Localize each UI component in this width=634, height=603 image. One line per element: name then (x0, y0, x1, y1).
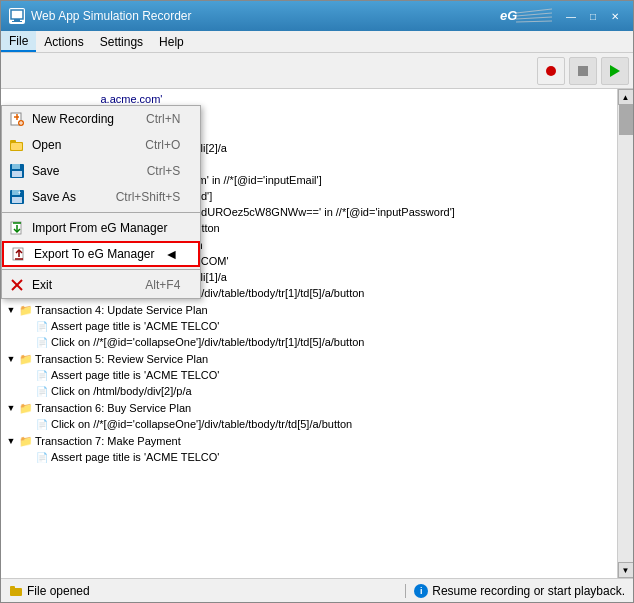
folder-icon-t7: 📁 (19, 434, 33, 448)
menu-item-export[interactable]: Export To eG Manager ◄ (2, 241, 200, 267)
folder-icon-t4: 📁 (19, 303, 33, 317)
transaction-7-header[interactable]: ▼ 📁 Transaction 7: Make Payment (5, 433, 613, 449)
save-icon (8, 162, 26, 180)
title-bar-left: Web App Simulation Recorder (9, 8, 192, 24)
t5-item-1-label: Assert page title is 'ACME TELCO' (51, 369, 219, 381)
transaction-5-label: Transaction 5: Review Service Plan (35, 353, 208, 365)
toolbar (1, 53, 633, 89)
import-icon (8, 219, 26, 237)
transaction-7-children: 📄 Assert page title is 'ACME TELCO' (5, 449, 613, 465)
separator-1 (2, 212, 200, 213)
status-right-message: Resume recording or start playback. (432, 584, 625, 598)
save-shortcut: Ctrl+S (147, 164, 181, 178)
status-folder-icon (9, 584, 23, 598)
new-recording-label: New Recording (32, 112, 120, 126)
record-button[interactable] (537, 57, 565, 85)
transaction-6-header[interactable]: ▼ 📁 Transaction 6: Buy Service Plan (5, 400, 613, 416)
expander-t5[interactable]: ▼ (5, 353, 17, 365)
t5-item-1[interactable]: 📄 Assert page title is 'ACME TELCO' (21, 367, 613, 383)
svg-line-7 (516, 21, 552, 22)
close-button[interactable]: ✕ (605, 7, 625, 25)
menu-item-import[interactable]: Import From eG Manager (2, 215, 200, 241)
menu-actions[interactable]: Actions (36, 31, 91, 52)
scroll-up-button[interactable]: ▲ (618, 89, 634, 105)
toolbar-right (537, 57, 629, 85)
menu-item-exit[interactable]: Exit Alt+F4 (2, 272, 200, 298)
svg-line-5 (516, 13, 552, 16)
svg-rect-22 (12, 197, 22, 203)
expander-t7[interactable]: ▼ (5, 435, 17, 447)
status-right: i Resume recording or start playback. (405, 584, 625, 598)
maximize-button[interactable]: □ (583, 7, 603, 25)
window-body: New Recording Ctrl+N Open Ctrl+O (1, 53, 633, 602)
scroll-down-button[interactable]: ▼ (618, 562, 634, 578)
status-message: File opened (27, 584, 90, 598)
t4-item-1[interactable]: 📄 Assert page title is 'ACME TELCO' (21, 318, 613, 334)
minimize-button[interactable]: — (561, 7, 581, 25)
t5-item-2-label: Click on /html/body/div[2]/p/a (51, 385, 192, 397)
svg-rect-18 (12, 164, 20, 169)
menu-item-save[interactable]: Save Ctrl+S (2, 158, 200, 184)
transaction-7-label: Transaction 7: Make Payment (35, 435, 181, 447)
transaction-5-header[interactable]: ▼ 📁 Transaction 5: Review Service Plan (5, 351, 613, 367)
file-icon-t5-1: 📄 (35, 368, 49, 382)
save-as-shortcut: Ctrl+Shift+S (116, 190, 181, 204)
transaction-4-group: ▼ 📁 Transaction 4: Update Service Plan 📄… (5, 302, 613, 350)
file-icon-t5-2: 📄 (35, 384, 49, 398)
t6-item-1[interactable]: 📄 Click on //*[@id='collapseOne']/div/ta… (21, 416, 613, 432)
main-window: Web App Simulation Recorder eG — □ ✕ Fil… (0, 0, 634, 603)
scrollbar[interactable]: ▲ ▼ (617, 89, 633, 578)
file-icon-t4-1: 📄 (35, 319, 49, 333)
file-icon-t7-1: 📄 (35, 450, 49, 464)
transaction-6-label: Transaction 6: Buy Service Plan (35, 402, 191, 414)
title-bar-controls: — □ ✕ (561, 7, 625, 25)
menu-item-new-recording[interactable]: New Recording Ctrl+N (2, 106, 200, 132)
t4-item-1-label: Assert page title is 'ACME TELCO' (51, 320, 219, 332)
expander-t6[interactable]: ▼ (5, 402, 17, 414)
svg-rect-27 (13, 248, 23, 260)
transaction-4-header[interactable]: ▼ 📁 Transaction 4: Update Service Plan (5, 302, 613, 318)
folder-icon-t6: 📁 (19, 401, 33, 415)
menu-item-save-as[interactable]: + Save As Ctrl+Shift+S (2, 184, 200, 210)
svg-line-4 (516, 9, 552, 13)
file-icon-t4-2: 📄 (35, 335, 49, 349)
separator-2 (2, 269, 200, 270)
stop-button[interactable] (569, 57, 597, 85)
transaction-7-group: ▼ 📁 Transaction 7: Make Payment 📄 Assert… (5, 433, 613, 465)
new-recording-icon (8, 110, 26, 128)
svg-line-6 (516, 17, 552, 19)
svg-rect-0 (11, 10, 23, 19)
svg-rect-1 (14, 19, 20, 21)
open-icon (8, 136, 26, 154)
exit-shortcut: Alt+F4 (145, 278, 180, 292)
save-label: Save (32, 164, 121, 178)
new-recording-shortcut: Ctrl+N (146, 112, 180, 126)
scroll-track[interactable] (618, 105, 634, 562)
export-icon (10, 245, 28, 263)
info-icon: i (414, 584, 428, 598)
expander-t4[interactable]: ▼ (5, 304, 17, 316)
file-icon-t6-1: 📄 (35, 417, 49, 431)
open-shortcut: Ctrl+O (145, 138, 180, 152)
scroll-thumb[interactable] (619, 105, 633, 135)
stop-icon (578, 66, 588, 76)
t4-item-2[interactable]: 📄 Click on //*[@id='collapseOne']/div/ta… (21, 334, 613, 350)
play-button[interactable] (601, 57, 629, 85)
file-dropdown: New Recording Ctrl+N Open Ctrl+O (1, 105, 201, 299)
export-arrow: ◄ (165, 246, 179, 262)
menu-item-open[interactable]: Open Ctrl+O (2, 132, 200, 158)
menu-help[interactable]: Help (151, 31, 192, 52)
status-bar: File opened i Resume recording or start … (1, 578, 633, 602)
play-icon (610, 65, 620, 77)
menu-settings[interactable]: Settings (92, 31, 151, 52)
exit-icon (8, 276, 26, 294)
t6-item-1-label: Click on //*[@id='collapseOne']/div/tabl… (51, 418, 352, 430)
svg-text:+: + (18, 189, 21, 195)
svg-rect-24 (11, 222, 21, 234)
svg-rect-2 (12, 21, 22, 22)
t7-item-1-label: Assert page title is 'ACME TELCO' (51, 451, 219, 463)
menu-file[interactable]: File (1, 31, 36, 52)
t5-item-2[interactable]: 📄 Click on /html/body/div[2]/p/a (21, 383, 613, 399)
svg-rect-19 (12, 171, 22, 177)
t7-item-1[interactable]: 📄 Assert page title is 'ACME TELCO' (21, 449, 613, 465)
